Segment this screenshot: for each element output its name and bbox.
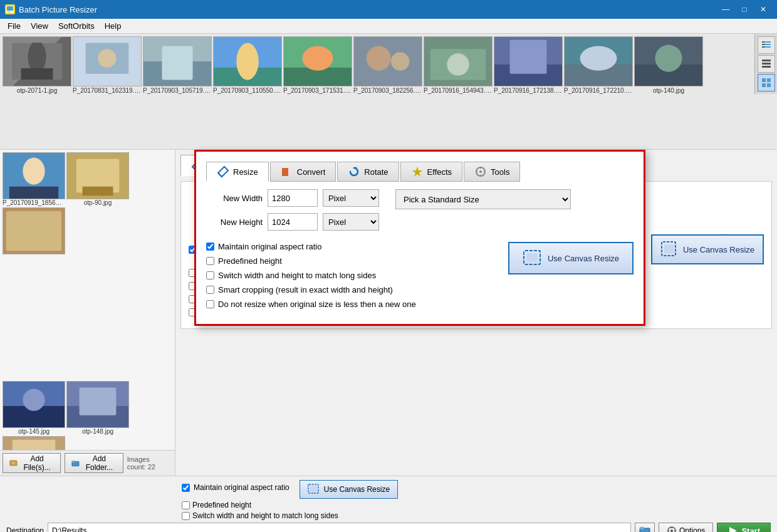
gallery-thumb[interactable]: otp-140.jpg xyxy=(634,36,703,149)
file-label: P_20170919_185632.jpg xyxy=(3,199,65,206)
svg-rect-42 xyxy=(762,78,766,82)
add-files-button[interactable]: Add File(s)... xyxy=(3,453,61,473)
modal-height-unit[interactable]: PixelPercent xyxy=(323,213,379,231)
modal-tab-resize[interactable]: Resize xyxy=(206,162,269,182)
thumb-label: P_20170903_182256.jpg xyxy=(353,87,422,94)
modal-standard-size[interactable]: Pick a Standard Size 640×480 800×600 102… xyxy=(395,189,571,209)
modal-width-unit[interactable]: PixelPercent xyxy=(323,189,379,207)
close-button[interactable]: ✕ xyxy=(754,3,772,16)
svg-rect-51 xyxy=(83,187,113,196)
modal-tab-convert[interactable]: Convert xyxy=(270,162,336,182)
modal-maintain-aspect-checkbox[interactable] xyxy=(206,243,214,251)
svg-rect-65 xyxy=(72,461,75,462)
modal-height-input[interactable] xyxy=(268,213,318,231)
svg-rect-97 xyxy=(640,527,644,529)
file-list: P_20170919_185632.jpg otp-90.jpg xyxy=(0,150,175,381)
thumb-label: P_20170916_172138.jpg xyxy=(494,87,563,94)
modal-switch-wh-row: Switch width and height to match long si… xyxy=(206,271,508,280)
modal-no-resize-row: Do not resize when original size is less… xyxy=(206,300,508,309)
modal-tab-rotate[interactable]: Rotate xyxy=(337,162,399,182)
minimize-button[interactable]: — xyxy=(717,3,734,16)
modal-switch-wh-checkbox[interactable] xyxy=(206,271,214,279)
menu-file[interactable]: File xyxy=(3,20,26,32)
bottom-canvas-btn[interactable]: Use Canvas Resize xyxy=(300,480,398,499)
svg-rect-53 xyxy=(6,211,61,251)
start-button[interactable]: Start xyxy=(717,523,771,532)
svg-rect-1 xyxy=(7,6,13,11)
destination-input[interactable] xyxy=(48,523,631,532)
list-item[interactable]: otp-148.jpg xyxy=(66,381,129,435)
svg-point-47 xyxy=(23,158,44,185)
modal-no-resize-checkbox[interactable] xyxy=(206,300,214,308)
list-item[interactable]: otp-145.jpg xyxy=(3,381,65,435)
app-title: Batch Picture Resizer xyxy=(19,5,97,14)
view-btn-3[interactable] xyxy=(758,74,775,91)
gallery-thumb[interactable]: P_20170903_105719.jpg xyxy=(143,36,212,149)
list-item[interactable]: otp-90.jpg xyxy=(66,152,129,206)
bottom-switchwh-row: Switch width and height to match long si… xyxy=(182,511,338,520)
modal-tab-effects[interactable]: Effects xyxy=(400,162,463,182)
right-toolbar xyxy=(754,34,777,94)
svg-point-19 xyxy=(367,46,391,70)
svg-rect-44 xyxy=(762,83,766,87)
modal-canvas-resize-button[interactable]: Use Canvas Resize xyxy=(508,242,634,274)
gallery-thumb[interactable]: otp-2071-1.jpg xyxy=(3,36,71,149)
gallery-thumb[interactable]: P_20170916_154943.jpg xyxy=(424,36,493,149)
modal-width-input[interactable] xyxy=(268,189,318,207)
svg-rect-59 xyxy=(80,388,117,415)
svg-rect-39 xyxy=(762,60,771,61)
view-btn-1[interactable] xyxy=(758,36,775,54)
gallery-thumb[interactable]: P_20170831_162319.jpg xyxy=(73,36,142,149)
images-count: Images count: 22 xyxy=(127,456,172,471)
gallery-thumb[interactable]: P_20170916_172210.jpg xyxy=(564,36,633,149)
modal-tab-bar: Resize Convert Rotate Effects Tools xyxy=(206,162,634,182)
modal-predefined-height-row: Predefined height xyxy=(206,256,508,266)
file-label: otp-90.jpg xyxy=(84,199,112,206)
file-list-row2: otp-145.jpg otp-148.jpg otp-... xyxy=(0,381,175,450)
modal-smart-crop-checkbox[interactable] xyxy=(206,286,214,294)
svg-rect-40 xyxy=(762,63,771,65)
gallery-thumb[interactable]: P_20170903_171531.jpg xyxy=(283,36,352,149)
list-item[interactable]: otp-... xyxy=(3,436,65,450)
svg-point-32 xyxy=(655,44,682,71)
maximize-button[interactable]: □ xyxy=(736,3,753,16)
image-gallery: otp-2071-1.jpg P_20170831_162319.jpg P_2… xyxy=(0,34,777,150)
menu-view[interactable]: View xyxy=(26,20,53,32)
bottom-bar: Maintain original aspect ratio Use Canva… xyxy=(0,476,777,532)
svg-rect-11 xyxy=(162,46,192,80)
modal-panel: Resize Convert Rotate Effects Tools xyxy=(194,150,645,326)
gallery-thumb[interactable]: P_20170903_182256.jpg xyxy=(353,36,422,149)
svg-rect-83 xyxy=(282,168,288,176)
modal-maintain-aspect-label: Maintain original aspect ratio xyxy=(218,242,321,251)
bottom-maintain-label: Maintain original aspect ratio xyxy=(194,483,289,492)
svg-rect-36 xyxy=(764,44,771,45)
thumb-label: P_20170903_171531.jpg xyxy=(283,87,352,94)
bottom-maintain-checkbox[interactable] xyxy=(182,484,190,492)
modal-predefined-height-checkbox[interactable] xyxy=(206,257,214,265)
options-button[interactable]: Options xyxy=(659,523,713,532)
add-folder-button[interactable]: Add Folder... xyxy=(65,453,123,473)
modal-predefined-height-label: Predefined height xyxy=(218,256,282,266)
gallery-thumb[interactable]: P_20170903_110550.jpg xyxy=(213,36,282,149)
menu-bar: File View SoftOrbits Help xyxy=(0,19,777,34)
modal-tab-tools[interactable]: Tools xyxy=(464,162,520,182)
svg-rect-95 xyxy=(310,486,317,492)
menu-softorbits[interactable]: SoftOrbits xyxy=(53,20,100,32)
list-item[interactable] xyxy=(3,207,65,254)
svg-rect-5 xyxy=(21,68,53,80)
svg-rect-48 xyxy=(9,187,58,199)
gallery-thumb[interactable]: P_20170916_172138.jpg xyxy=(494,36,563,149)
svg-rect-2 xyxy=(8,11,10,13)
menu-help[interactable]: Help xyxy=(100,20,127,32)
browse-folder-button[interactable] xyxy=(635,523,655,532)
svg-marker-104 xyxy=(729,527,737,532)
list-item[interactable]: P_20170919_185632.jpg xyxy=(3,152,65,206)
view-btn-2[interactable] xyxy=(758,55,775,73)
svg-rect-43 xyxy=(767,78,771,82)
bottom-predefined-checkbox[interactable] xyxy=(182,501,190,509)
add-buttons-bar: Add File(s)... Add Folder... Images coun… xyxy=(0,450,175,476)
svg-rect-93 xyxy=(526,253,538,262)
modal-smart-crop-label: Smart cropping (result in exact width an… xyxy=(218,285,393,295)
modal-no-resize-label: Do not resize when original size is less… xyxy=(218,300,416,309)
bottom-switchwh-checkbox[interactable] xyxy=(182,512,190,520)
